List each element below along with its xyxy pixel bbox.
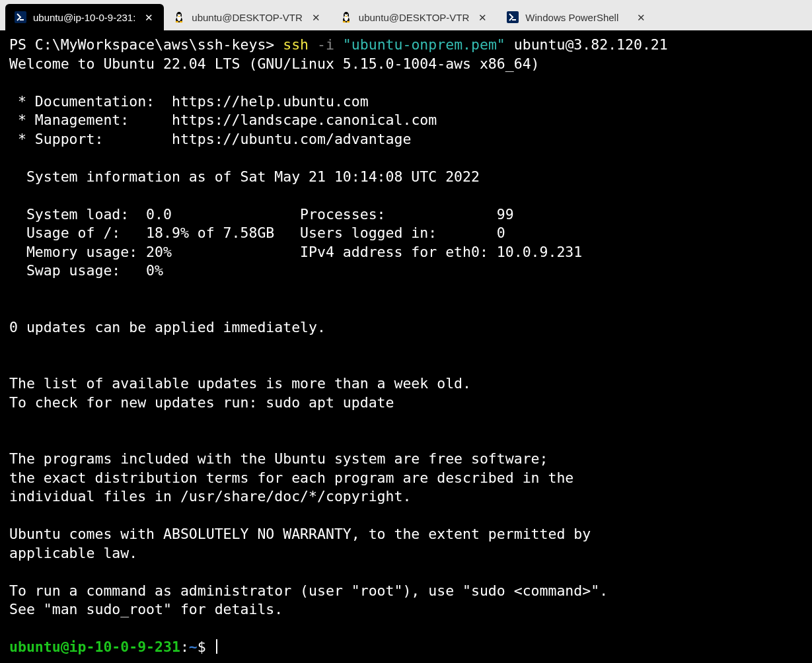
svg-point-13 (342, 21, 346, 22)
tux-icon (173, 11, 185, 23)
legal-line: applicable law. (9, 545, 137, 561)
sup-url: https://ubuntu.com/advantage (172, 131, 411, 147)
tab-title: ubuntu@DESKTOP-VTR (192, 12, 303, 23)
man-label: * Management: (9, 112, 172, 128)
cmd-ssh: ssh (283, 36, 309, 53)
doc-url: https://help.ubuntu.com (172, 93, 369, 110)
doc-label: * Documentation: (9, 93, 172, 110)
sudo-hint-line: See "man sudo_root" for details. (9, 601, 283, 617)
sudo-hint-line: To run a command as administrator (user … (9, 582, 608, 599)
tab-bar: ubuntu@ip-10-0-9-231: ✕ ubuntu@DESKTOP-V… (0, 0, 812, 30)
svg-point-11 (344, 14, 346, 15)
close-icon[interactable]: ✕ (142, 11, 156, 24)
prompt-colon: : (180, 639, 189, 655)
legal-line: the exact distribution terms for each pr… (9, 470, 573, 486)
terminal-window: ubuntu@ip-10-0-9-231: ✕ ubuntu@DESKTOP-V… (0, 0, 812, 663)
svg-point-3 (177, 15, 181, 21)
legal-line: The programs included with the Ubuntu sy… (9, 450, 548, 467)
ps-prompt: PS C:\MyWorkspace\aws\ssh-keys> (9, 36, 283, 53)
cmd-dest: ubuntu@3.82.120.21 (514, 36, 668, 53)
tab-1[interactable]: ubuntu@ip-10-0-9-231: ✕ (5, 4, 164, 30)
powershell-icon (15, 11, 26, 23)
tab-4[interactable]: Windows PowerShell ✕ (498, 4, 656, 30)
sup-label: * Support: (9, 131, 172, 147)
svg-point-12 (346, 14, 348, 15)
svg-point-5 (180, 14, 181, 15)
svg-point-7 (180, 21, 183, 22)
sysinfo-row: Usage of /: 18.9% of 7.58GB Users logged… (9, 225, 505, 241)
sysinfo-row: Memory usage: 20% IPv4 address for eth0:… (9, 244, 582, 260)
prompt-sigil: $ (198, 639, 215, 655)
cmd-flag: -i (317, 36, 334, 53)
tab-title: ubuntu@DESKTOP-VTR (359, 12, 470, 23)
updates-stale-line: The list of available updates is more th… (9, 375, 471, 392)
legal-line: individual files in /usr/share/doc/*/cop… (9, 488, 411, 505)
updates-stale-line: To check for new updates run: sudo apt u… (9, 394, 394, 411)
close-icon[interactable]: ✕ (309, 11, 323, 24)
sysinfo-header: System information as of Sat May 21 10:1… (9, 168, 480, 185)
svg-point-10 (344, 15, 348, 21)
svg-point-4 (178, 14, 179, 15)
tab-3[interactable]: ubuntu@DESKTOP-VTR ✕ (331, 4, 498, 30)
tab-2[interactable]: ubuntu@DESKTOP-VTR ✕ (164, 4, 331, 30)
legal-line: Ubuntu comes with ABSOLUTELY NO WARRANTY… (9, 526, 591, 542)
tab-title: Windows PowerShell (525, 12, 628, 23)
man-url: https://landscape.canonical.com (172, 112, 437, 128)
cursor (216, 639, 217, 654)
terminal-body[interactable]: PS C:\MyWorkspace\aws\ssh-keys> ssh -i "… (0, 30, 812, 663)
updates-line: 0 updates can be applied immediately. (9, 319, 326, 335)
cmd-key: "ubuntu-onprem.pem" (343, 36, 505, 53)
welcome-line: Welcome to Ubuntu 22.04 LTS (GNU/Linux 5… (9, 55, 540, 72)
tab-title: ubuntu@ip-10-0-9-231: (33, 12, 135, 23)
powershell-icon (507, 11, 519, 23)
sysinfo-row: Swap usage: 0% (9, 262, 163, 279)
prompt-userhost: ubuntu@ip-10-0-9-231 (9, 639, 180, 655)
svg-point-6 (176, 21, 179, 22)
tux-icon (340, 11, 352, 23)
close-icon[interactable]: ✕ (476, 11, 490, 24)
svg-point-14 (346, 21, 350, 22)
close-icon[interactable]: ✕ (634, 11, 648, 24)
prompt-path: ~ (189, 639, 198, 655)
sysinfo-row: System load: 0.0 Processes: 99 (9, 206, 514, 223)
